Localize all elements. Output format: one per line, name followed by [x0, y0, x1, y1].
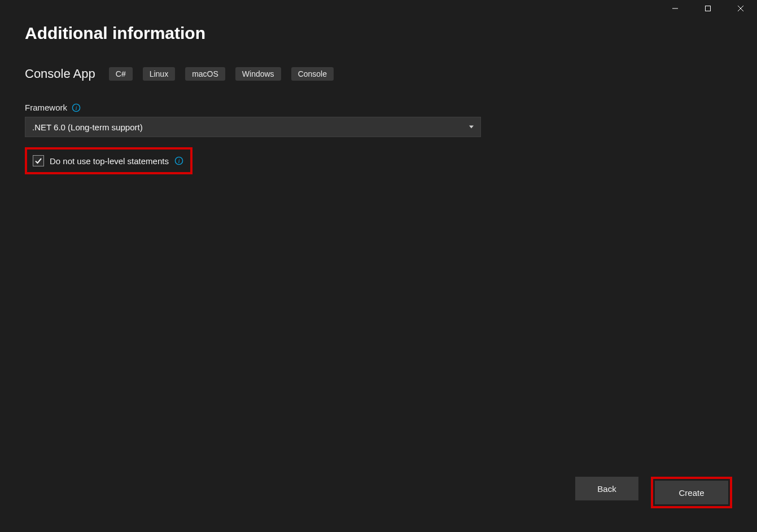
svg-text:i: i [75, 104, 77, 111]
back-button[interactable]: Back [575, 477, 638, 500]
project-tag: Console [291, 67, 334, 81]
maximize-button[interactable] [692, 0, 724, 17]
framework-label: Framework [25, 103, 67, 112]
project-subtitle: Console App [25, 67, 95, 81]
minimize-button[interactable] [659, 0, 692, 17]
titlebar [659, 0, 757, 19]
project-tag: macOS [185, 67, 225, 81]
project-subtitle-row: Console App C# Linux macOS Windows Conso… [25, 67, 732, 81]
project-tag: Linux [143, 67, 175, 81]
highlight-create-button: Create [651, 477, 732, 508]
highlight-top-level-statements: Do not use top-level statements i [25, 147, 192, 174]
framework-dropdown[interactable]: .NET 6.0 (Long-term support) [25, 117, 481, 137]
content-area: Additional information Console App C# Li… [0, 0, 757, 174]
top-level-statements-checkbox[interactable] [33, 155, 44, 166]
top-level-statements-label: Do not use top-level statements [50, 156, 169, 166]
create-button[interactable]: Create [655, 481, 728, 504]
framework-label-row: Framework i [25, 103, 732, 112]
page-title: Additional information [25, 24, 732, 43]
footer: Back Create [0, 477, 757, 508]
close-button[interactable] [724, 0, 757, 17]
window-root: Additional information Console App C# Li… [0, 0, 757, 532]
maximize-icon [705, 5, 711, 12]
svg-text:i: i [178, 157, 180, 164]
check-icon [34, 157, 42, 165]
project-tag: C# [109, 67, 133, 81]
chevron-down-icon [469, 126, 474, 129]
svg-rect-1 [706, 6, 711, 11]
framework-selected: .NET 6.0 (Long-term support) [32, 122, 143, 132]
close-icon [737, 5, 744, 12]
minimize-icon [672, 5, 679, 12]
info-icon[interactable]: i [174, 156, 183, 165]
project-tag: Windows [235, 67, 281, 81]
info-icon[interactable]: i [72, 103, 81, 112]
